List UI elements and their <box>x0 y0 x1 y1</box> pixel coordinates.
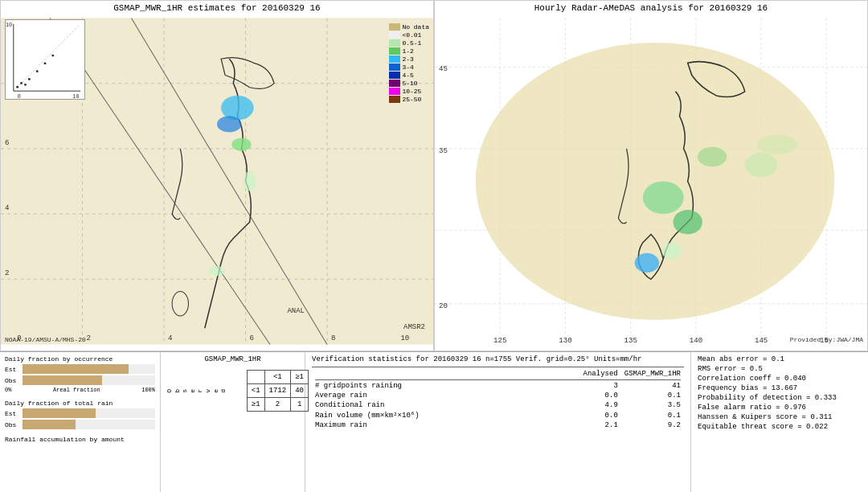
legend-item-nodata: No data <box>389 23 429 31</box>
legend-color-510 <box>389 80 400 87</box>
verif-row-2: Conditional rain 4.9 3.5 <box>312 400 684 410</box>
axis-start: 0% <box>5 387 11 393</box>
error-panel: Mean abs error = 0.1 RMS error = 0.5 Cor… <box>691 352 868 492</box>
jwa-attribution: Provided by:JWA/JMA <box>790 336 863 343</box>
obs-bar-row: Obs <box>5 375 155 385</box>
left-map-panel: GSMAP_MWR_1HR estimates for 20160329 16 <box>0 0 434 351</box>
verif-panel: Verification statistics for 20160329 16 … <box>305 352 691 492</box>
verif-val2-2: 3.5 <box>621 400 684 410</box>
occurrence-title: Daily fraction by occurrence <box>5 355 155 363</box>
legend-label-45: 4-5 <box>402 72 413 79</box>
stat-6: Hanssen & Kuipers score = 0.311 <box>698 413 862 421</box>
legend-color-45 <box>389 72 400 79</box>
svg-point-34 <box>28 78 31 80</box>
legend-item-05: 0.5-1 <box>389 39 429 47</box>
svg-text:140: 140 <box>690 336 702 345</box>
svg-point-57 <box>745 153 778 177</box>
stats-row: Daily fraction by occurrence Est Obs 0% <box>0 351 868 492</box>
svg-point-31 <box>16 86 18 88</box>
svg-point-36 <box>44 62 47 64</box>
legend-item-12: 1-2 <box>389 47 429 55</box>
svg-text:0: 0 <box>18 93 21 99</box>
verif-label-2: Conditional rain <box>312 400 580 410</box>
legend-label-510: 5-10 <box>402 80 417 87</box>
legend-item-34: 3-4 <box>389 64 429 71</box>
main-container: GSMAP_MWR_1HR estimates for 20160329 16 <box>0 0 868 492</box>
svg-point-32 <box>20 82 23 84</box>
svg-point-52 <box>476 43 835 320</box>
bar-axis: 0% Areal fraction 100% <box>5 387 155 393</box>
verif-val2-3: 0.1 <box>621 410 684 420</box>
stat-4: Probability of detection = 0.333 <box>698 394 862 402</box>
svg-point-13 <box>217 116 241 132</box>
legend-item-2550: 25-50 <box>389 96 429 103</box>
verif-row-3: Rain volume (mm×km²×10⁶) 0.0 0.1 <box>312 410 684 420</box>
verif-val2-0: 41 <box>621 381 684 391</box>
svg-text:35: 35 <box>439 146 448 155</box>
est-bar-row: Est <box>5 364 155 374</box>
legend-color-nodata <box>389 23 400 31</box>
stat-2: Correlation coeff = 0.040 <box>698 375 862 383</box>
verif-row-0: # gridpoints raining 3 41 <box>312 381 684 391</box>
scatter-panel: 0 10 10 <box>5 19 85 100</box>
row-less-header: <1 <box>247 384 264 398</box>
obs-rain-row: Obs <box>5 420 155 429</box>
svg-point-56 <box>661 243 681 259</box>
svg-point-16 <box>209 266 225 276</box>
obs-rain-track <box>23 420 155 429</box>
verif-val2-1: 0.1 <box>621 391 684 400</box>
verif-label-3: Rain volume (mm×km²×10⁶) <box>312 410 580 420</box>
svg-text:130: 130 <box>559 336 571 345</box>
obs-rain-label: Obs <box>5 421 23 428</box>
verif-title: Verification statistics for 20160329 16 … <box>312 355 684 363</box>
contingency-title: GSMAP_MWR_1HR <box>166 355 300 363</box>
stat-7: Equitable threat score = 0.022 <box>698 423 862 431</box>
stat-3: Frequency bias = 13.667 <box>698 384 862 392</box>
legend-label-1025: 10-25 <box>402 88 421 95</box>
legend-color-34 <box>389 64 400 71</box>
row-geq-header: ≥1 <box>247 398 264 412</box>
legend-item-23: 2-3 <box>389 55 429 63</box>
axis-end: 100% <box>141 387 155 393</box>
legend-color-12 <box>389 47 400 55</box>
legend-color-05 <box>389 39 400 47</box>
right-map-svg: 45 35 20 125 130 135 140 145 15 <box>435 15 867 347</box>
est-label: Est <box>5 366 23 373</box>
svg-text:45: 45 <box>439 64 448 73</box>
legend-label-23: 2-3 <box>402 55 413 63</box>
right-map-title: Hourly Radar-AMeDAS analysis for 2016032… <box>435 1 867 15</box>
svg-point-35 <box>36 70 39 72</box>
svg-point-58 <box>757 135 798 154</box>
svg-point-37 <box>51 55 54 57</box>
col-less-header: <1 <box>264 371 291 384</box>
verif-val1-1: 0.0 <box>580 391 621 400</box>
contingency-panel: GSMAP_MWR_1HR Observed <1 ≥1 <1 1712 40 <box>161 352 305 492</box>
svg-text:145: 145 <box>755 336 768 345</box>
amsr2-label: AMSR2 <box>403 323 425 331</box>
rain-chart: Est Obs <box>5 408 155 429</box>
svg-point-55 <box>635 253 659 273</box>
stat-0: Mean abs error = 0.1 <box>698 355 862 363</box>
svg-line-30 <box>14 24 80 91</box>
est-bar-fill <box>23 364 129 374</box>
empty-cell <box>247 371 264 384</box>
obs-label: Obs <box>5 377 23 384</box>
svg-point-14 <box>231 138 251 151</box>
stat-1: RMS error = 0.5 <box>698 365 862 373</box>
legend-item-1025: 10-25 <box>389 88 429 95</box>
est-rain-row: Est <box>5 408 155 418</box>
legend-label-05: 0.5-1 <box>402 39 421 47</box>
est-rain-label: Est <box>5 410 23 417</box>
legend-label-12: 1-2 <box>402 47 413 55</box>
est-rain-fill <box>23 408 96 418</box>
cell-21: 2 <box>264 398 291 412</box>
verif-table: Analysed GSMAP_MWR_1HR # gridpoints rain… <box>312 369 684 430</box>
noaa-label: NOAA-19/AMSU-A/MHS-20 <box>5 336 429 343</box>
legend-item-001: <0.01 <box>389 31 429 39</box>
charts-panel: Daily fraction by occurrence Est Obs 0% <box>0 352 161 492</box>
svg-text:125: 125 <box>493 336 506 345</box>
obs-rain-fill <box>23 420 76 429</box>
svg-point-59 <box>698 147 727 166</box>
legend-item-45: 4-5 <box>389 72 429 79</box>
anal-label: ANAL <box>287 307 305 315</box>
